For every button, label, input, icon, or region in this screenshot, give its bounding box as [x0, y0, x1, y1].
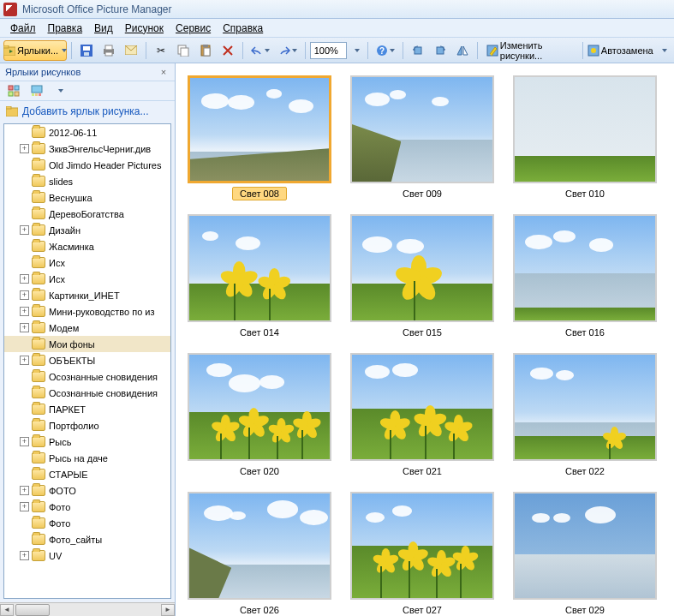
copy-button[interactable]: [173, 40, 194, 61]
cut-button[interactable]: ✂: [151, 40, 171, 61]
print-button[interactable]: [98, 40, 119, 61]
thumbnail-grid[interactable]: Свет 008Свет 009Свет 010Свет 014Свет 015…: [176, 63, 674, 616]
expand-toggle[interactable]: +: [20, 356, 29, 365]
scroll-left-button[interactable]: ◄: [0, 604, 14, 616]
save-button[interactable]: [76, 40, 97, 61]
folder-icon: [32, 306, 45, 317]
thumbnail-item[interactable]: Свет 010: [513, 75, 657, 200]
mail-button[interactable]: [121, 40, 141, 61]
auto-correct-button[interactable]: Автозамена: [588, 40, 654, 61]
scissors-icon: ✂: [155, 44, 167, 57]
tree-item[interactable]: +Дизайн: [4, 222, 170, 238]
tree-item-label: slides: [49, 176, 73, 187]
menu-help[interactable]: Справка: [218, 21, 268, 36]
thumbnail-item[interactable]: Свет 026: [188, 492, 331, 616]
tree-item[interactable]: +ЗкквЭнгельсЧерниг.див: [4, 141, 170, 157]
thumbnail-item[interactable]: Свет 008: [188, 75, 331, 200]
svg-rect-21: [9, 86, 13, 90]
edit-pictures-button[interactable]: Изменить рисунки...: [482, 40, 579, 61]
scroll-thumb[interactable]: [15, 604, 50, 616]
zoom-input[interactable]: 100%: [310, 42, 348, 59]
paste-button[interactable]: [195, 40, 216, 61]
undo-button[interactable]: [248, 40, 273, 61]
zoom-dropdown[interactable]: [349, 40, 363, 61]
tree-item[interactable]: +Мини-руководство по из: [4, 303, 170, 320]
tree-item[interactable]: Мои фоны: [4, 336, 170, 352]
tree-item[interactable]: +Рысь: [4, 434, 170, 450]
tree-item[interactable]: +Исх: [4, 271, 170, 287]
menu-picture[interactable]: Рисунок: [120, 21, 169, 36]
view-dropdown[interactable]: [50, 82, 70, 99]
tree-item[interactable]: 2012-06-11: [4, 124, 170, 141]
expand-toggle[interactable]: +: [20, 551, 29, 560]
mail-icon: [125, 44, 137, 57]
tree-item[interactable]: ДеревоБогатства: [4, 206, 170, 222]
tree-item[interactable]: Осознанные сновидения: [4, 368, 170, 385]
expand-spacer: [20, 128, 29, 137]
thumbnail-item[interactable]: Свет 009: [350, 75, 494, 200]
tree-item[interactable]: Осознанные сновидения: [4, 385, 170, 401]
rotate-left-button[interactable]: [408, 40, 428, 61]
scroll-right-button[interactable]: ►: [161, 604, 175, 616]
folder-icon: [32, 404, 45, 415]
folder-icon: [32, 241, 45, 252]
thumbnail-item[interactable]: Свет 015: [350, 214, 494, 339]
menu-file[interactable]: Файл: [5, 21, 41, 36]
auto-correct-dropdown[interactable]: [656, 40, 671, 61]
tree-item[interactable]: Веснушка: [4, 189, 170, 206]
tree-item[interactable]: +ФОТО: [4, 482, 170, 499]
thumbnail-image: [513, 492, 657, 600]
tree-item[interactable]: Исх: [4, 254, 170, 271]
delete-button[interactable]: [218, 40, 238, 61]
expand-spacer: [20, 339, 29, 349]
tree-item[interactable]: slides: [4, 173, 170, 189]
view-filmstrip-button[interactable]: [27, 82, 47, 99]
tree-item[interactable]: +Картинки_ИНЕТ: [4, 287, 170, 303]
expand-toggle[interactable]: +: [20, 437, 29, 446]
help-icon: ?: [376, 44, 388, 57]
rotate-right-button[interactable]: [430, 40, 450, 61]
help-button[interactable]: ?: [373, 40, 398, 61]
tree-hscroll[interactable]: ◄ ►: [0, 602, 175, 616]
tree-item[interactable]: +UV: [4, 547, 170, 564]
thumbnail-image: [188, 214, 331, 322]
redo-button[interactable]: [275, 40, 301, 61]
tree-item[interactable]: ПАРКЕТ: [4, 401, 170, 417]
expand-toggle[interactable]: +: [20, 307, 29, 316]
tree-item[interactable]: Фото: [4, 515, 170, 531]
expand-toggle[interactable]: +: [20, 290, 29, 300]
sidebar-close-button[interactable]: ×: [158, 66, 170, 78]
menu-edit[interactable]: Правка: [43, 21, 88, 36]
add-shortcut-link[interactable]: Добавить ярлык рисунка...: [0, 101, 175, 122]
menu-view[interactable]: Вид: [89, 21, 118, 36]
thumbnail-item[interactable]: Свет 014: [188, 214, 331, 339]
tree-item[interactable]: +Модем: [4, 320, 170, 336]
thumbnail-item[interactable]: Свет 027: [350, 492, 494, 616]
expand-toggle[interactable]: +: [20, 225, 29, 235]
expand-toggle[interactable]: +: [20, 323, 29, 332]
menu-tools[interactable]: Сервис: [170, 21, 216, 36]
tree-item[interactable]: Портфолио: [4, 417, 170, 434]
thumbnail-item[interactable]: Свет 021: [350, 353, 494, 478]
tree-item[interactable]: СТАРЫЕ: [4, 466, 170, 482]
thumbnail-item[interactable]: Свет 020: [188, 353, 331, 478]
tree-item[interactable]: +Фото: [4, 499, 170, 515]
thumbnail-item[interactable]: Свет 029: [513, 492, 657, 616]
svg-point-20: [591, 48, 596, 53]
tree-item-label: Рысь на даче: [49, 453, 108, 463]
flip-button[interactable]: [452, 40, 473, 61]
expand-toggle[interactable]: +: [20, 274, 29, 284]
expand-toggle[interactable]: +: [20, 486, 29, 495]
expand-toggle[interactable]: +: [20, 502, 29, 511]
tree-item[interactable]: Жасминка: [4, 238, 170, 254]
thumbnail-item[interactable]: Свет 022: [513, 353, 657, 478]
expand-toggle[interactable]: +: [20, 144, 29, 153]
folder-tree[interactable]: 2012-06-11+ЗкквЭнгельсЧерниг.дивOld Jimd…: [3, 123, 171, 599]
thumbnail-item[interactable]: Свет 016: [513, 214, 657, 339]
tree-item[interactable]: Рысь на даче: [4, 450, 170, 466]
view-thumbnails-button[interactable]: [3, 82, 24, 99]
shortcuts-button[interactable]: Ярлыки...: [3, 40, 67, 61]
tree-item[interactable]: Old Jimdo Header Pictures: [4, 157, 170, 173]
tree-item[interactable]: +ОБЪЕКТЫ: [4, 352, 170, 368]
tree-item[interactable]: Фото_сайты: [4, 531, 170, 547]
